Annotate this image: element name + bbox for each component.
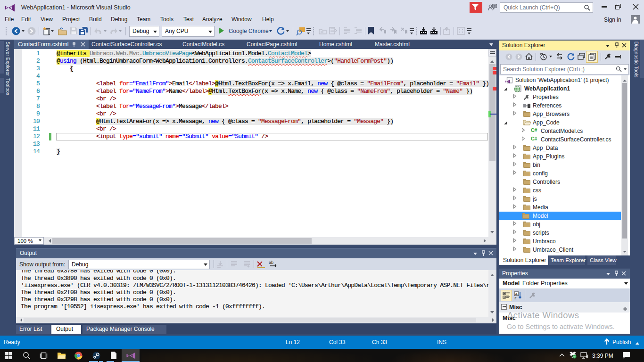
svg-text:Z: Z [514,296,517,300]
svg-text:ab: ab [269,260,273,265]
svg-text:A: A [515,292,518,296]
